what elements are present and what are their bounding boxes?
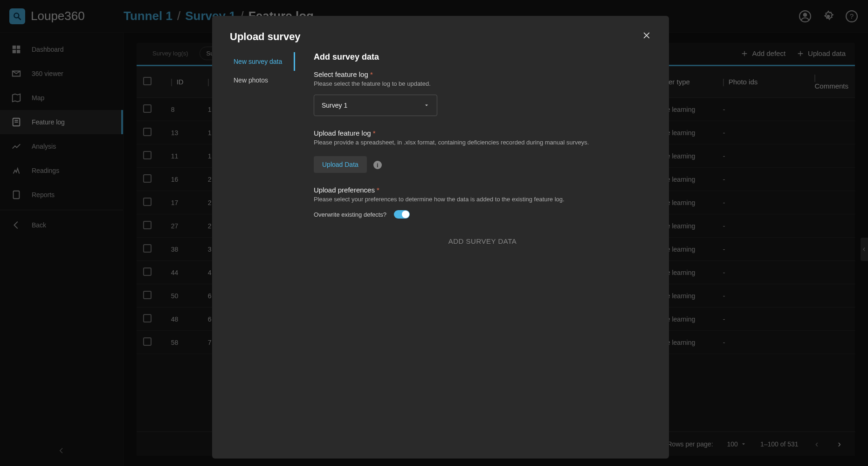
modal-title: Upload survey xyxy=(230,31,301,43)
info-icon[interactable]: i xyxy=(373,161,382,169)
select-feature-log-label: Select feature log * xyxy=(314,70,651,78)
chevron-down-icon xyxy=(424,103,429,108)
upload-data-file-button[interactable]: Upload Data xyxy=(314,156,367,173)
feature-log-select-value: Survey 1 xyxy=(322,102,347,109)
overwrite-defects-label: Overwrite existing defects? xyxy=(314,211,386,218)
upload-preferences-help: Please select your preferences to determ… xyxy=(314,196,651,203)
close-icon xyxy=(642,31,651,40)
modal-tab-new-survey-data[interactable]: New survey data xyxy=(230,52,295,71)
modal-close-button[interactable] xyxy=(642,31,651,43)
upload-survey-modal: Upload survey New survey data New photos… xyxy=(212,16,669,459)
modal-tab-new-photos[interactable]: New photos xyxy=(230,71,295,89)
modal-tabs: New survey data New photos xyxy=(230,47,295,444)
upload-feature-log-label: Upload feature log * xyxy=(314,129,651,137)
add-survey-data-submit[interactable]: ADD SURVEY DATA xyxy=(448,237,517,245)
overwrite-defects-toggle[interactable] xyxy=(394,210,410,219)
upload-feature-log-help: Please provide a spreadsheet, in .xlsx f… xyxy=(314,139,651,146)
form-section-title: Add survey data xyxy=(314,52,651,62)
modal-content: Add survey data Select feature log * Ple… xyxy=(295,47,651,444)
select-feature-log-help: Please select the feature log to be upda… xyxy=(314,80,651,87)
upload-preferences-label: Upload preferences * xyxy=(314,186,651,194)
feature-log-select[interactable]: Survey 1 xyxy=(314,95,437,116)
